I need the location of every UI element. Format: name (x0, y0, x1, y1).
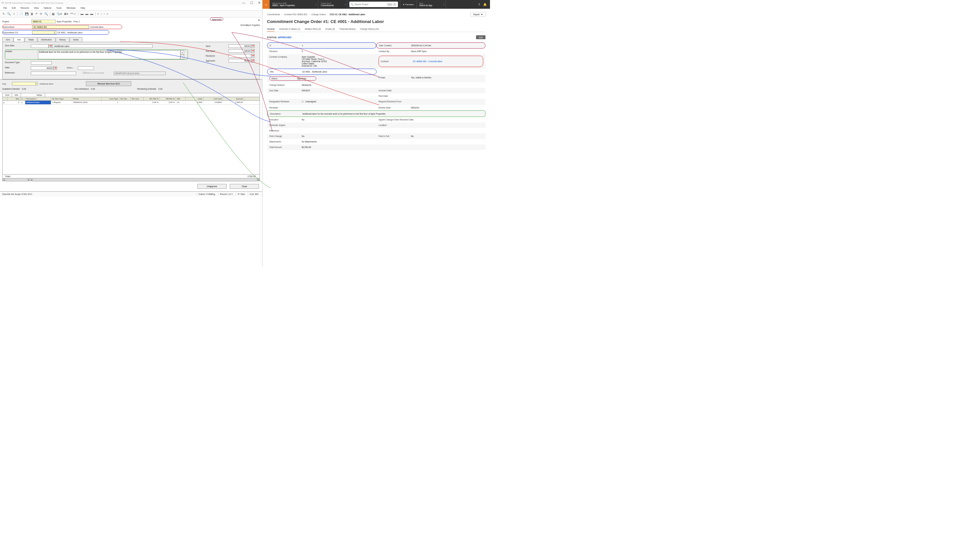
sco-input[interactable] (32, 31, 56, 34)
sub-tab-notes[interactable]: Notes (34, 93, 45, 97)
project-input[interactable] (32, 20, 56, 23)
col-amount[interactable]: Amount (223, 97, 244, 100)
info-icon[interactable]: ⓘ (302, 100, 304, 103)
home-icon[interactable]: ⌂ (262, 0, 270, 9)
col-unitcost[interactable]: Unit Cost (204, 97, 223, 100)
panel2-icon[interactable]: ▬ (86, 12, 89, 16)
col-m[interactable]: m (21, 97, 25, 100)
maximize-button[interactable]: ☐ (250, 1, 253, 5)
col-taxcod[interactable]: Tax Cod (130, 97, 143, 100)
menu-help[interactable]: Help (80, 7, 85, 9)
edit-button[interactable]: Edit (476, 35, 485, 39)
reference-input[interactable] (31, 71, 76, 75)
status-input[interactable] (78, 67, 94, 70)
col-units[interactable]: Units (186, 97, 204, 100)
menu-windows[interactable]: Windows (67, 7, 75, 9)
favorites-button[interactable]: ★ Favorites (400, 0, 417, 9)
nav-next-icon[interactable]: › (104, 12, 105, 16)
menu-edit[interactable]: Edit (12, 7, 16, 9)
tab-distribution[interactable]: Distribution (38, 37, 56, 42)
calendar-icon[interactable]: 📅 (49, 44, 52, 48)
remove-item-button[interactable]: Remove Item from SCO (86, 81, 131, 86)
col-phase[interactable]: Phase (72, 97, 102, 100)
binoculars-icon[interactable]: 🔍 (7, 12, 11, 16)
tab-related[interactable]: Related Items (0) (305, 27, 321, 32)
calendar-icon[interactable]: 📅 (251, 44, 255, 48)
seq-input[interactable] (12, 82, 38, 86)
delete-icon[interactable]: 🗑 (30, 12, 33, 16)
close-button[interactable]: Close (230, 184, 259, 189)
tools-selector[interactable]: Project Tools Commitments ▼ (318, 0, 347, 9)
col-um[interactable]: UM (176, 97, 186, 100)
sub-tab-info[interactable]: Info (12, 93, 21, 97)
calendar-icon[interactable]: 📅 (251, 59, 255, 62)
edit-icon[interactable]: ✎ (3, 12, 5, 16)
col-smret[interactable]: SM Ret % (160, 97, 176, 100)
calendar-icon[interactable]: 📅 (54, 67, 57, 70)
spellcheck-icon[interactable]: ᴬᴮᶜ✓ (70, 12, 76, 16)
save-icon[interactable]: 💾 (25, 12, 29, 16)
refresh-icon[interactable]: ⟳ (40, 12, 43, 16)
col-sltype[interactable]: SL Item Type (51, 97, 72, 100)
tab-grid[interactable]: Grid (2, 37, 13, 42)
tab-emails[interactable]: Emails (0) (325, 27, 335, 32)
details-textarea[interactable] (38, 50, 180, 59)
nav-prev-icon[interactable]: ‹ (101, 12, 102, 16)
sub-tab-grid[interactable]: Grid (3, 93, 12, 97)
menu-tools[interactable]: Tools (56, 7, 62, 9)
tab-sov[interactable]: Schedule of Values (1) (279, 27, 300, 32)
doc-type-input[interactable] (31, 61, 52, 65)
print-icon[interactable]: 🖶▾ (64, 12, 68, 16)
export-button[interactable]: Export ▼ (471, 12, 485, 17)
crumb-commitments[interactable]: Commitments (267, 13, 280, 16)
bell-icon[interactable]: 🔔 (483, 3, 487, 6)
crumb-changeorders[interactable]: Change Orders (312, 13, 326, 16)
sent-input[interactable] (229, 44, 251, 48)
status-view[interactable]: 👁 View (235, 193, 247, 195)
tab-markup[interactable]: Financial Markup (340, 27, 356, 32)
attach-icon[interactable]: 📎▾ (57, 12, 62, 16)
undo-icon[interactable]: ↶ (35, 12, 38, 16)
calendar-icon[interactable]: 📅 (251, 54, 255, 58)
gear-icon[interactable]: ⚙ (13, 12, 15, 16)
tab-info[interactable]: Info (14, 37, 24, 42)
grid-icon[interactable]: ▦ (52, 12, 55, 16)
tab-notes[interactable]: Notes (70, 37, 82, 42)
tab-history[interactable]: Change History (22) (360, 27, 379, 32)
scroll-up-icon[interactable]: ▴ (180, 50, 184, 55)
nav-first-icon[interactable]: « (97, 12, 99, 16)
erp-selector[interactable]: Agave Demo ERP 46802 - Apex Properties ▼ (270, 0, 318, 9)
col-taxtyp[interactable]: Tax Typ (119, 97, 130, 100)
search-input[interactable] (353, 2, 386, 6)
scrollbar-left[interactable]: ◂▸ (3, 178, 30, 181)
tab-totals[interactable]: Totals (25, 37, 37, 42)
panel3-icon[interactable]: ▬ (91, 12, 93, 16)
date-input[interactable] (31, 67, 54, 70)
menu-file[interactable]: File (3, 7, 7, 9)
minimize-button[interactable]: — (242, 1, 245, 5)
help-icon[interactable]: ? (478, 3, 480, 6)
subcontract-input[interactable] (32, 25, 89, 29)
menu-options[interactable]: Options (43, 7, 51, 9)
received-input[interactable] (229, 54, 251, 58)
approved-input[interactable] (229, 59, 251, 62)
tab-history[interactable]: History (56, 37, 69, 42)
col-desc[interactable]: Description / (25, 97, 51, 100)
close-window-button[interactable]: ✕ (258, 1, 261, 5)
col-wcret[interactable]: WC Ret % (143, 97, 160, 100)
tab-general[interactable]: General (267, 27, 275, 32)
sent-date-desc[interactable] (52, 44, 153, 48)
apps-selector[interactable]: Apps Select an App ▼ (417, 0, 446, 9)
nav-last-icon[interactable]: » (107, 12, 108, 16)
unapprove-button[interactable]: Unapprove (197, 184, 226, 189)
scrollbar-right[interactable]: ◂▸ (30, 178, 259, 181)
menu-view[interactable]: View (34, 7, 38, 9)
panel1-icon[interactable]: ▬ (81, 12, 84, 16)
sent-date-input[interactable] (31, 44, 49, 48)
scroll-down-icon[interactable]: ▾ (180, 55, 184, 59)
col-seq[interactable]: Seq (8, 97, 21, 100)
new-icon[interactable]: 📄 (19, 12, 23, 16)
search-box[interactable]: 🔍 Cmd K (349, 2, 398, 7)
col-costtype[interactable]: Cost Type (102, 97, 119, 100)
search-icon[interactable]: 🔍 (45, 12, 48, 16)
